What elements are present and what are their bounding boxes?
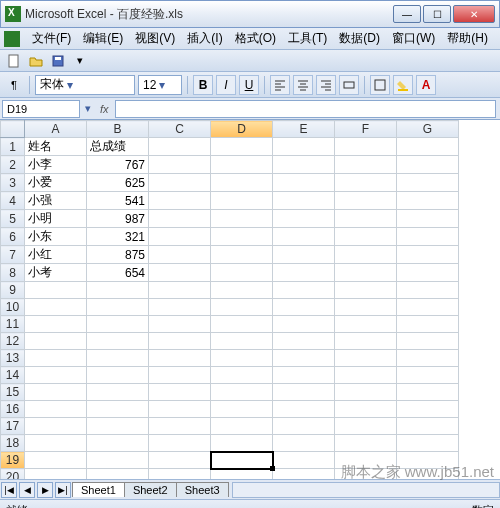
formula-input[interactable]	[115, 100, 496, 118]
cell-F11[interactable]	[335, 316, 397, 333]
bold-button[interactable]: B	[193, 75, 213, 95]
fx-icon[interactable]: fx	[94, 103, 115, 115]
cell-G11[interactable]	[397, 316, 459, 333]
cell-F17[interactable]	[335, 418, 397, 435]
col-header-A[interactable]: A	[25, 121, 87, 138]
cell-E9[interactable]	[273, 282, 335, 299]
border-button[interactable]	[370, 75, 390, 95]
cell-C6[interactable]	[149, 228, 211, 246]
row-header-17[interactable]: 17	[1, 418, 25, 435]
row-header-7[interactable]: 7	[1, 246, 25, 264]
row-header-4[interactable]: 4	[1, 192, 25, 210]
row-header-10[interactable]: 10	[1, 299, 25, 316]
cell-B8[interactable]: 654	[87, 264, 149, 282]
cell-F6[interactable]	[335, 228, 397, 246]
cell-E12[interactable]	[273, 333, 335, 350]
cell-G12[interactable]	[397, 333, 459, 350]
cell-C13[interactable]	[149, 350, 211, 367]
open-button[interactable]	[26, 52, 46, 70]
cell-E19[interactable]	[273, 452, 335, 469]
menu-view[interactable]: 视图(V)	[129, 28, 181, 49]
cell-D1[interactable]	[211, 138, 273, 156]
cell-A10[interactable]	[25, 299, 87, 316]
horizontal-scrollbar[interactable]	[232, 482, 500, 498]
cell-F10[interactable]	[335, 299, 397, 316]
cell-A20[interactable]	[25, 469, 87, 481]
cell-D6[interactable]	[211, 228, 273, 246]
cell-B4[interactable]: 541	[87, 192, 149, 210]
cell-F5[interactable]	[335, 210, 397, 228]
col-header-F[interactable]: F	[335, 121, 397, 138]
cell-F13[interactable]	[335, 350, 397, 367]
align-right-button[interactable]	[316, 75, 336, 95]
cell-B20[interactable]	[87, 469, 149, 481]
cell-B13[interactable]	[87, 350, 149, 367]
sheet-tab-2[interactable]: Sheet2	[124, 482, 177, 497]
row-header-19[interactable]: 19	[1, 452, 25, 469]
cell-C17[interactable]	[149, 418, 211, 435]
cell-C3[interactable]	[149, 174, 211, 192]
cell-A5[interactable]: 小明	[25, 210, 87, 228]
sheet-tab-3[interactable]: Sheet3	[176, 482, 229, 497]
cell-C12[interactable]	[149, 333, 211, 350]
align-center-button[interactable]	[293, 75, 313, 95]
cell-E11[interactable]	[273, 316, 335, 333]
cell-G16[interactable]	[397, 401, 459, 418]
cell-A12[interactable]	[25, 333, 87, 350]
font-name-select[interactable]: 宋体▾	[35, 75, 135, 95]
cell-G5[interactable]	[397, 210, 459, 228]
row-header-3[interactable]: 3	[1, 174, 25, 192]
maximize-button[interactable]: ☐	[423, 5, 451, 23]
cell-A6[interactable]: 小东	[25, 228, 87, 246]
fill-color-button[interactable]	[393, 75, 413, 95]
cell-G13[interactable]	[397, 350, 459, 367]
cell-F12[interactable]	[335, 333, 397, 350]
cell-E7[interactable]	[273, 246, 335, 264]
name-box[interactable]: D19	[2, 100, 80, 118]
row-header-14[interactable]: 14	[1, 367, 25, 384]
cell-A1[interactable]: 姓名	[25, 138, 87, 156]
style-button[interactable]: ¶	[4, 76, 24, 94]
cell-G18[interactable]	[397, 435, 459, 452]
menu-help[interactable]: 帮助(H)	[441, 28, 494, 49]
menu-window[interactable]: 窗口(W)	[386, 28, 441, 49]
cell-E17[interactable]	[273, 418, 335, 435]
font-color-button[interactable]: A	[416, 75, 436, 95]
row-header-6[interactable]: 6	[1, 228, 25, 246]
cell-G2[interactable]	[397, 156, 459, 174]
cell-G10[interactable]	[397, 299, 459, 316]
cell-A11[interactable]	[25, 316, 87, 333]
row-header-9[interactable]: 9	[1, 282, 25, 299]
cell-D8[interactable]	[211, 264, 273, 282]
cell-A18[interactable]	[25, 435, 87, 452]
cell-E14[interactable]	[273, 367, 335, 384]
row-header-12[interactable]: 12	[1, 333, 25, 350]
cell-A7[interactable]: 小红	[25, 246, 87, 264]
cell-E1[interactable]	[273, 138, 335, 156]
menu-edit[interactable]: 编辑(E)	[77, 28, 129, 49]
cell-C9[interactable]	[149, 282, 211, 299]
cell-E10[interactable]	[273, 299, 335, 316]
menu-format[interactable]: 格式(O)	[229, 28, 282, 49]
tab-nav-last[interactable]: ▶|	[55, 482, 71, 498]
cell-F1[interactable]	[335, 138, 397, 156]
cell-B1[interactable]: 总成绩	[87, 138, 149, 156]
row-header-20[interactable]: 20	[1, 469, 25, 481]
cell-C19[interactable]	[149, 452, 211, 469]
cell-G8[interactable]	[397, 264, 459, 282]
cell-A3[interactable]: 小爱	[25, 174, 87, 192]
row-header-2[interactable]: 2	[1, 156, 25, 174]
cell-C4[interactable]	[149, 192, 211, 210]
col-header-C[interactable]: C	[149, 121, 211, 138]
cell-F15[interactable]	[335, 384, 397, 401]
cell-E20[interactable]	[273, 469, 335, 481]
cell-A17[interactable]	[25, 418, 87, 435]
cell-G9[interactable]	[397, 282, 459, 299]
cell-B15[interactable]	[87, 384, 149, 401]
toolbar-dropdown-icon[interactable]: ▾	[70, 52, 90, 70]
cell-E8[interactable]	[273, 264, 335, 282]
cell-D5[interactable]	[211, 210, 273, 228]
cell-E13[interactable]	[273, 350, 335, 367]
row-header-15[interactable]: 15	[1, 384, 25, 401]
cell-G4[interactable]	[397, 192, 459, 210]
